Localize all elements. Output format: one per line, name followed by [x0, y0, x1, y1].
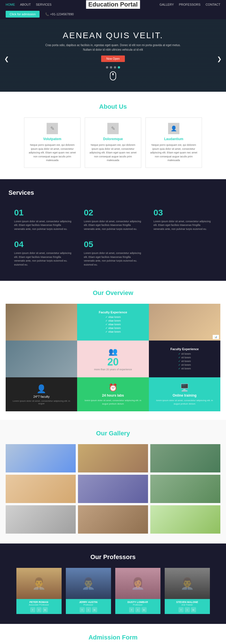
professor-fb-2[interactable]: f — [80, 607, 85, 612]
hero-scroll-indicator — [110, 71, 116, 80]
nav-phone: 📞 +91-1234567890 — [45, 12, 74, 16]
service-num-4: 04 — [14, 239, 73, 249]
professor-role-3: Professor — [117, 604, 159, 606]
service-text-4: Lorem ipsum dolor sit amet, consectetur … — [14, 251, 73, 267]
professor-fb-4[interactable]: f — [179, 607, 184, 612]
hero-dot-1[interactable] — [106, 66, 108, 69]
professor-photo-4: 👨‍💼 — [165, 568, 210, 599]
professor-photo-3: 👩‍💼 — [115, 568, 160, 599]
professor-in-4[interactable]: in — [191, 607, 196, 612]
gallery-item-1 — [6, 444, 76, 472]
gallery-section: Our Gallery — [0, 420, 226, 544]
service-num-1: 01 — [14, 208, 73, 217]
service-text-1: Lorem ipsum dolor sit amet, consectetur … — [14, 220, 73, 231]
admission-section: Admission Form Student Name Phone Number… — [0, 624, 226, 644]
professor-in-1[interactable]: in — [43, 607, 48, 612]
professor-photo-2: 👨‍💼 — [66, 568, 111, 599]
about-card-icon-2: ✎ — [107, 123, 119, 134]
professor-info-2: JERRY AUSTIN Professor f t in — [66, 599, 111, 614]
professor-tw-3[interactable]: t — [135, 607, 140, 612]
professor-tw-1[interactable]: t — [36, 607, 42, 612]
service-text-3: Lorem ipsum dolor sit amet, consectetur … — [153, 220, 212, 231]
hero-next[interactable]: ❯ — [217, 55, 222, 62]
overview-faculty-item-2-1: vit lorem — [153, 352, 216, 355]
gallery-item-9 — [150, 505, 220, 534]
professor-in-3[interactable]: in — [142, 607, 147, 612]
overview-grid: Faculty Experience vitae lorem vitae lor… — [6, 304, 220, 411]
professors-section: Our Professors 👨‍💼 PETER ROMAN Associate… — [0, 544, 226, 624]
gallery-item-4 — [6, 475, 76, 503]
overview-247-faculty: 👤 24*7 faculty Lorem ipsum dolor sit ame… — [6, 377, 77, 411]
service-text-2: Lorem ipsum dolor sit amet, consectetur … — [84, 220, 142, 231]
hero-dot-4[interactable] — [118, 66, 120, 69]
faculty-247-label: 24*7 faculty — [33, 395, 49, 398]
nav-contact[interactable]: CONTACT — [206, 3, 220, 6]
hero-dot-2[interactable] — [110, 66, 112, 69]
professor-socials-4: f t in — [166, 607, 208, 612]
services-section: Services 01 Lorem ipsum dolor sit amet, … — [0, 179, 226, 281]
nav-services[interactable]: SERVICES — [36, 3, 51, 6]
about-title: About Us — [6, 103, 220, 110]
hero-dots — [106, 66, 120, 69]
professor-in-2[interactable]: in — [92, 607, 97, 612]
professor-role-1: Associate Professor — [18, 604, 60, 606]
about-card-text-1: Neque porro quisquam est, qui dolorem ip… — [28, 143, 77, 162]
about-card-text-2: Neque porro quisquam est, qui dolorem ip… — [88, 143, 138, 162]
services-grid-2: 04 Lorem ipsum dolor sit amet, consectet… — [8, 235, 218, 271]
overview-big-num-2: 20 — [107, 356, 119, 368]
professor-fb-3[interactable]: f — [129, 607, 134, 612]
overview-faculty-item-1: vitae lorem — [81, 316, 144, 318]
overview-faculty-item-4: vitae lorem — [81, 327, 144, 330]
overview-faculty-title-1: Faculty Experience — [81, 311, 144, 314]
overview-faculty-item-2-2: vit lorem — [153, 356, 216, 359]
service-num-3: 03 — [153, 208, 212, 217]
overview-faculty-title-2: Faculty Experience — [153, 347, 216, 351]
admission-title: Admission Form — [11, 634, 215, 641]
service-item-3: 03 Lorem ipsum dolor sit amet, consectet… — [148, 204, 218, 236]
overview-faculty-list-1: vitae lorem vitae lorem vitae lorem vita… — [81, 316, 144, 334]
overview-section: Our Overview Faculty Experience vitae lo… — [0, 281, 226, 420]
about-card-heading-2: Doloremque — [88, 137, 138, 141]
professor-tw-4[interactable]: t — [185, 607, 190, 612]
overview-faculty-item-2: vitae lorem — [81, 319, 144, 322]
navbar: HOME ABOUT SERVICES Education Portal GAL… — [0, 0, 226, 9]
gallery-item-6 — [150, 475, 220, 503]
services-title: Services — [8, 189, 218, 196]
professor-info-3: DUSTY LOMBAR Professor f t in — [115, 599, 160, 614]
service-item-4: 04 Lorem ipsum dolor sit amet, consectet… — [8, 235, 78, 271]
about-card-icon-3: 👤 — [168, 123, 179, 134]
nav-about[interactable]: ABOUT — [20, 3, 31, 6]
hero-cta-btn[interactable]: Now Open — [101, 55, 125, 62]
overview-num-1: 👥 20 more than 20 years of experience — [77, 341, 149, 377]
professor-tw-2[interactable]: t — [86, 607, 91, 612]
nav-gallery[interactable]: GALLERY — [160, 3, 174, 6]
faculty-247-sub: Lorem ipsum dolor sit amet, consectetur … — [10, 400, 73, 405]
overview-faculty-item-2-5: vit lorem — [153, 367, 216, 370]
service-num-5: 05 — [84, 239, 142, 249]
overview-lab: ⏰ 24 hours labs lorem ipsum dolor sit am… — [77, 377, 149, 411]
overview-faculty-item-2-3: vit lorem — [153, 360, 216, 363]
admission-btn[interactable]: Click for admission — [6, 11, 40, 18]
gallery-item-2 — [78, 444, 148, 472]
faculty-icon: 👤 — [36, 384, 46, 393]
about-card-3: 👤 Laudantium Neque porro quisquam est, q… — [145, 117, 202, 168]
professor-photo-1: 👨‍💼 — [16, 568, 62, 599]
professor-name-1: PETER ROMAN — [18, 601, 60, 604]
overview-faculty-exp-1: Faculty Experience vitae lorem vitae lor… — [77, 304, 149, 341]
lab-title: 24 hours labs — [102, 393, 124, 397]
services-grid: 01 Lorem ipsum dolor sit amet, consectet… — [8, 204, 218, 236]
about-section: About Us ✎ Volutpatem Neque porro quisqu… — [0, 92, 226, 179]
professor-fb-1[interactable]: f — [30, 607, 35, 612]
professor-cards: 👨‍💼 PETER ROMAN Associate Professor f t … — [6, 568, 220, 614]
professor-info-1: PETER ROMAN Associate Professor f t in — [16, 599, 62, 614]
nav-professors[interactable]: PROFESSORS — [179, 3, 200, 6]
overview-sub-2: more than 20 years of experience — [94, 368, 132, 371]
about-card-heading-1: Volutpatem — [28, 137, 77, 141]
professor-card-2: 👨‍💼 JERRY AUSTIN Professor f t in — [66, 568, 111, 614]
nav-home[interactable]: HOME — [6, 3, 15, 6]
hero-prev[interactable]: ❮ — [4, 55, 9, 62]
professor-name-4: STEVEN MALONE — [166, 601, 208, 604]
nav-links-right: GALLERY PROFESSORS CONTACT — [160, 3, 220, 6]
hero-dot-3[interactable] — [114, 66, 116, 69]
overview-title: Our Overview — [6, 289, 220, 297]
